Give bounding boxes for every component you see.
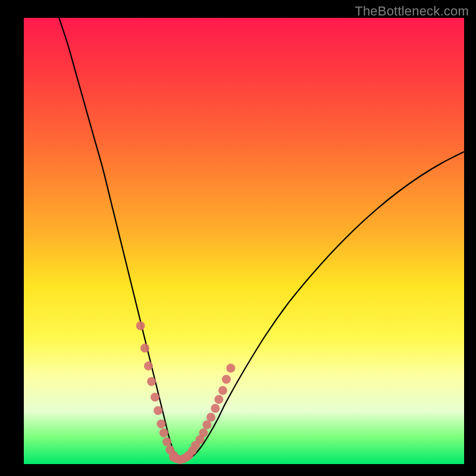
highlight-dot [159, 428, 168, 437]
highlight-dot [154, 406, 162, 415]
highlight-dot [199, 428, 208, 437]
highlight-dot [182, 453, 191, 462]
plot-area [24, 18, 464, 464]
highlight-dots [136, 321, 236, 464]
highlight-dot [147, 377, 156, 386]
bottleneck-curve [59, 18, 464, 460]
watermark-text: TheBottleneck.com [355, 4, 469, 19]
highlight-dot [202, 421, 211, 430]
highlight-dot [226, 364, 235, 372]
highlight-dot [140, 344, 149, 353]
highlight-dot [211, 404, 220, 413]
chart-frame: TheBottleneck.com [0, 0, 476, 476]
curve-svg [24, 18, 464, 464]
highlight-dot [162, 437, 171, 446]
highlight-dot [218, 386, 227, 395]
highlight-dot [136, 321, 145, 330]
highlight-dot [206, 413, 215, 422]
highlight-dot [144, 362, 153, 371]
highlight-dot [156, 419, 165, 428]
highlight-dot [222, 375, 231, 384]
highlight-dot [214, 395, 223, 404]
highlight-dot [151, 393, 159, 402]
